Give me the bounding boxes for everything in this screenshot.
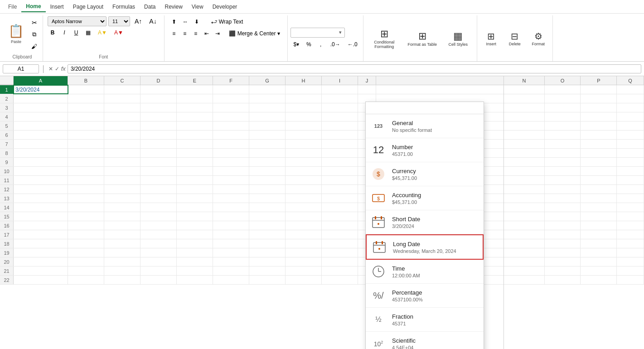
right-cell-14-0[interactable] <box>504 203 545 212</box>
cell-A1[interactable]: 3/20/2024 <box>14 85 68 94</box>
cell-E9[interactable] <box>177 158 213 166</box>
cell-F2[interactable] <box>213 94 249 103</box>
cell-C15[interactable] <box>104 212 140 221</box>
cell-G8[interactable] <box>249 149 286 157</box>
right-cell-4-3[interactable] <box>617 112 644 121</box>
cell-H5[interactable] <box>286 121 322 130</box>
underline-button[interactable]: U <box>71 28 81 38</box>
cell-H12[interactable] <box>286 185 322 194</box>
cell-F7[interactable] <box>213 140 249 148</box>
col-header-J[interactable]: J <box>358 76 376 85</box>
cell-styles-button[interactable]: ▦ Cell Styles <box>442 21 474 56</box>
cell-C5[interactable] <box>104 121 140 130</box>
cell-A15[interactable] <box>14 212 68 221</box>
cell-B10[interactable] <box>68 167 104 175</box>
cell-E12[interactable] <box>177 185 213 194</box>
col-header-E[interactable]: E <box>177 76 213 85</box>
right-cell-19-0[interactable] <box>504 248 545 257</box>
cell-E2[interactable] <box>177 94 213 103</box>
cell-E20[interactable] <box>177 257 213 266</box>
cell-E4[interactable] <box>177 112 213 121</box>
cell-I14[interactable] <box>322 203 358 212</box>
font-color-button[interactable]: A▼ <box>111 28 126 38</box>
cell-F18[interactable] <box>213 239 249 248</box>
cell-I4[interactable] <box>322 112 358 121</box>
cell-F16[interactable] <box>213 221 249 230</box>
col-header-I[interactable]: I <box>322 76 358 85</box>
cell-F11[interactable] <box>213 176 249 184</box>
increase-font-button[interactable]: A↑ <box>132 16 145 26</box>
cell-E15[interactable] <box>177 212 213 221</box>
align-center-button[interactable]: ≡ <box>180 29 190 39</box>
right-cell-9-2[interactable] <box>581 158 617 166</box>
right-cell-16-0[interactable] <box>504 221 545 230</box>
decrease-font-button[interactable]: A↓ <box>146 16 159 26</box>
cell-I3[interactable] <box>322 103 358 112</box>
col-header-F[interactable]: F <box>213 76 249 85</box>
cell-H18[interactable] <box>286 239 322 248</box>
cell-C8[interactable] <box>104 149 140 157</box>
cell-E5[interactable] <box>177 121 213 130</box>
right-cell-5-2[interactable] <box>581 121 617 130</box>
right-cell-8-2[interactable] <box>581 149 617 157</box>
format-item-percentage[interactable]: %/Percentage4537100.00% <box>366 284 484 308</box>
formula-input[interactable] <box>68 64 641 73</box>
tab-formulas[interactable]: Formulas <box>108 2 140 12</box>
border-button[interactable]: ▦ <box>83 28 93 38</box>
cell-G22[interactable] <box>249 276 286 284</box>
right-cell-11-0[interactable] <box>504 176 545 184</box>
cell-H10[interactable] <box>286 167 322 175</box>
format-painter-button[interactable]: 🖌 <box>29 41 40 51</box>
col-header-O[interactable]: O <box>545 76 581 85</box>
cell-F1[interactable] <box>213 85 249 94</box>
right-cell-22-2[interactable] <box>581 276 617 284</box>
right-cell-8-3[interactable] <box>617 149 644 157</box>
cell-A16[interactable] <box>14 221 68 230</box>
cell-B20[interactable] <box>68 257 104 266</box>
cell-G4[interactable] <box>249 112 286 121</box>
right-cell-1-2[interactable] <box>581 85 617 94</box>
cell-I21[interactable] <box>322 267 358 275</box>
cell-E11[interactable] <box>177 176 213 184</box>
font-size-select[interactable]: 11 <box>108 16 130 26</box>
cell-I19[interactable] <box>322 248 358 257</box>
col-header-C[interactable]: C <box>104 76 140 85</box>
cell-E7[interactable] <box>177 140 213 148</box>
right-cell-10-0[interactable] <box>504 167 545 175</box>
cell-D21[interactable] <box>140 267 177 275</box>
right-cell-21-0[interactable] <box>504 267 545 275</box>
cell-G2[interactable] <box>249 94 286 103</box>
cell-I5[interactable] <box>322 121 358 130</box>
col-header-N[interactable]: N <box>504 76 545 85</box>
right-cell-16-3[interactable] <box>617 221 644 230</box>
cell-H8[interactable] <box>286 149 322 157</box>
cell-C11[interactable] <box>104 176 140 184</box>
comma-button[interactable]: , <box>316 39 326 49</box>
cell-C7[interactable] <box>104 140 140 148</box>
cell-E21[interactable] <box>177 267 213 275</box>
cell-H14[interactable] <box>286 203 322 212</box>
cell-F17[interactable] <box>213 230 249 239</box>
cell-D5[interactable] <box>140 121 177 130</box>
cell-F8[interactable] <box>213 149 249 157</box>
cell-G1[interactable] <box>249 85 286 94</box>
right-cell-19-1[interactable] <box>545 248 581 257</box>
cell-C2[interactable] <box>104 94 140 103</box>
cell-F13[interactable] <box>213 194 249 203</box>
cell-C1[interactable] <box>104 85 140 94</box>
cell-C14[interactable] <box>104 203 140 212</box>
cell-A21[interactable] <box>14 267 68 275</box>
cell-A8[interactable] <box>14 149 68 157</box>
cell-G16[interactable] <box>249 221 286 230</box>
cell-F4[interactable] <box>213 112 249 121</box>
format-item-fraction[interactable]: ½Fraction45371 <box>366 308 484 332</box>
col-header-G[interactable]: G <box>249 76 286 85</box>
right-cell-7-0[interactable] <box>504 140 545 148</box>
cell-H9[interactable] <box>286 158 322 166</box>
cell-I13[interactable] <box>322 194 358 203</box>
cell-G12[interactable] <box>249 185 286 194</box>
cell-J1[interactable] <box>358 85 376 94</box>
insert-button[interactable]: ⊞ Insert <box>480 21 503 56</box>
right-cell-9-1[interactable] <box>545 158 581 166</box>
right-cell-6-1[interactable] <box>545 131 581 139</box>
